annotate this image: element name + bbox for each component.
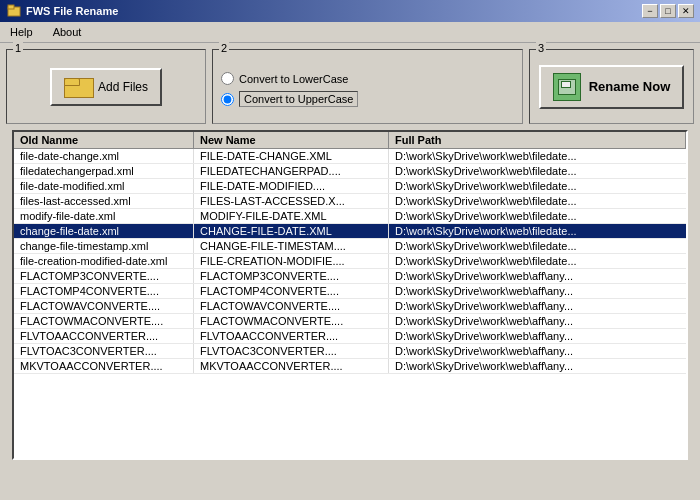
cell-new-name: FILES-LAST-ACCESSED.X... (194, 194, 389, 208)
top-panels: 1 Add Files 2 Convert to LowerCase Conve… (6, 49, 694, 124)
cell-new-name: FLACTOWMACONVERTE.... (194, 314, 389, 328)
save-icon-inner (558, 79, 576, 95)
file-list-header: Old Nanme New Name Full Path (14, 132, 686, 149)
radio-uppercase-input[interactable] (221, 93, 234, 106)
table-row[interactable]: FLACTOMP4CONVERTE....FLACTOMP4CONVERTE..… (14, 284, 686, 299)
maximize-button[interactable]: □ (660, 4, 676, 18)
cell-old-name: FLACTOWMACONVERTE.... (14, 314, 194, 328)
table-row[interactable]: MKVTOAACCONVERTER....MKVTOAACCONVERTER..… (14, 359, 686, 374)
close-button[interactable]: ✕ (678, 4, 694, 18)
cell-old-name: file-date-change.xml (14, 149, 194, 163)
cell-full-path: D:\work\SkyDrive\work\web\filedate... (389, 209, 686, 223)
add-files-label: Add Files (98, 80, 148, 94)
cell-new-name: FILE-DATE-CHANGE.XML (194, 149, 389, 163)
table-row[interactable]: FLACTOWAVCONVERTE....FLACTOWAVCONVERTE..… (14, 299, 686, 314)
cell-old-name: modify-file-date.xml (14, 209, 194, 223)
panel-2-label: 2 (219, 42, 229, 54)
table-row[interactable]: change-file-timestamp.xmlCHANGE-FILE-TIM… (14, 239, 686, 254)
cell-full-path: D:\work\SkyDrive\work\web\aff\any... (389, 269, 686, 283)
cell-old-name: files-last-accessed.xml (14, 194, 194, 208)
table-row[interactable]: file-date-change.xmlFILE-DATE-CHANGE.XML… (14, 149, 686, 164)
cell-new-name: FLACTOMP4CONVERTE.... (194, 284, 389, 298)
menu-help[interactable]: Help (4, 24, 39, 40)
cell-full-path: D:\work\SkyDrive\work\web\aff\any... (389, 299, 686, 313)
cell-full-path: D:\work\SkyDrive\work\web\aff\any... (389, 344, 686, 358)
cell-full-path: D:\work\SkyDrive\work\web\filedate... (389, 179, 686, 193)
rename-now-label: Rename Now (589, 79, 671, 94)
table-row[interactable]: FLVTOAACCONVERTER....FLVTOAACCONVERTER..… (14, 329, 686, 344)
cell-new-name: FLVTOAACCONVERTER.... (194, 329, 389, 343)
table-row[interactable]: file-date-modified.xmlFILE-DATE-MODIFIED… (14, 179, 686, 194)
main-area: 1 Add Files 2 Convert to LowerCase Conve… (0, 43, 700, 466)
cell-new-name: FILE-CREATION-MODIFIE.... (194, 254, 389, 268)
cell-new-name: MODIFY-FILE-DATE.XML (194, 209, 389, 223)
save-icon (553, 73, 581, 101)
panel-3-label: 3 (536, 42, 546, 54)
cell-old-name: FLACTOWAVCONVERTE.... (14, 299, 194, 313)
app-title: FWS File Rename (26, 5, 118, 17)
cell-new-name: FILE-DATE-MODIFIED.... (194, 179, 389, 193)
col-header-path: Full Path (389, 132, 686, 148)
cell-new-name: FILEDATECHANGERPAD.... (194, 164, 389, 178)
cell-full-path: D:\work\SkyDrive\work\web\filedate... (389, 254, 686, 268)
panel-rename: 3 Rename Now (529, 49, 694, 124)
cell-old-name: change-file-date.xml (14, 224, 194, 238)
cell-old-name: MKVTOAACCONVERTER.... (14, 359, 194, 373)
cell-old-name: FLACTOMP3CONVERTE.... (14, 269, 194, 283)
cell-old-name: FLVTOAC3CONVERTER.... (14, 344, 194, 358)
table-row[interactable]: FLACTOMP3CONVERTE....FLACTOMP3CONVERTE..… (14, 269, 686, 284)
cell-old-name: change-file-timestamp.xml (14, 239, 194, 253)
rename-now-button[interactable]: Rename Now (539, 65, 685, 109)
cell-full-path: D:\work\SkyDrive\work\web\filedate... (389, 149, 686, 163)
cell-old-name: file-date-modified.xml (14, 179, 194, 193)
cell-full-path: D:\work\SkyDrive\work\web\aff\any... (389, 359, 686, 373)
title-bar: FWS File Rename − □ ✕ (0, 0, 700, 22)
radio-uppercase[interactable]: Convert to UpperCase (221, 91, 514, 107)
table-row[interactable]: modify-file-date.xmlMODIFY-FILE-DATE.XML… (14, 209, 686, 224)
app-icon (6, 3, 22, 19)
cell-new-name: FLACTOWAVCONVERTE.... (194, 299, 389, 313)
menu-about[interactable]: About (47, 24, 88, 40)
cell-new-name: CHANGE-FILE-TIMESTAM.... (194, 239, 389, 253)
col-header-old: Old Nanme (14, 132, 194, 148)
table-row[interactable]: FLVTOAC3CONVERTER....FLVTOAC3CONVERTER..… (14, 344, 686, 359)
svg-rect-1 (8, 5, 14, 9)
cell-new-name: CHANGE-FILE-DATE.XML (194, 224, 389, 238)
cell-old-name: file-creation-modified-date.xml (14, 254, 194, 268)
cell-full-path: D:\work\SkyDrive\work\web\aff\any... (389, 329, 686, 343)
table-row[interactable]: FLACTOWMACONVERTE....FLACTOWMACONVERTE..… (14, 314, 686, 329)
cell-full-path: D:\work\SkyDrive\work\web\filedate... (389, 194, 686, 208)
radio-lowercase-input[interactable] (221, 72, 234, 85)
panel-1-label: 1 (13, 42, 23, 54)
cell-old-name: filedatechangerpad.xml (14, 164, 194, 178)
cell-new-name: MKVTOAACCONVERTER.... (194, 359, 389, 373)
cell-new-name: FLVTOAC3CONVERTER.... (194, 344, 389, 358)
file-list-container: Old Nanme New Name Full Path file-date-c… (12, 130, 688, 460)
add-files-button[interactable]: Add Files (50, 68, 162, 106)
cell-full-path: D:\work\SkyDrive\work\web\filedate... (389, 239, 686, 253)
cell-old-name: FLVTOAACCONVERTER.... (14, 329, 194, 343)
table-row[interactable]: filedatechangerpad.xmlFILEDATECHANGERPAD… (14, 164, 686, 179)
radio-lowercase-label[interactable]: Convert to LowerCase (239, 73, 348, 85)
table-row[interactable]: file-creation-modified-date.xmlFILE-CREA… (14, 254, 686, 269)
cell-new-name: FLACTOMP3CONVERTE.... (194, 269, 389, 283)
panel-conversion: 2 Convert to LowerCase Convert to UpperC… (212, 49, 523, 124)
file-list-body[interactable]: file-date-change.xmlFILE-DATE-CHANGE.XML… (14, 149, 686, 458)
table-row[interactable]: change-file-date.xmlCHANGE-FILE-DATE.XML… (14, 224, 686, 239)
col-header-new: New Name (194, 132, 389, 148)
cell-full-path: D:\work\SkyDrive\work\web\aff\any... (389, 314, 686, 328)
radio-uppercase-label[interactable]: Convert to UpperCase (239, 91, 358, 107)
folder-icon (64, 76, 92, 98)
table-row[interactable]: files-last-accessed.xmlFILES-LAST-ACCESS… (14, 194, 686, 209)
panel-add-files: 1 Add Files (6, 49, 206, 124)
radio-lowercase[interactable]: Convert to LowerCase (221, 72, 514, 85)
cell-full-path: D:\work\SkyDrive\work\web\aff\any... (389, 284, 686, 298)
minimize-button[interactable]: − (642, 4, 658, 18)
menu-bar: Help About (0, 22, 700, 43)
cell-full-path: D:\work\SkyDrive\work\web\filedate... (389, 224, 686, 238)
title-bar-left: FWS File Rename (6, 3, 118, 19)
cell-full-path: D:\work\SkyDrive\work\web\filedate... (389, 164, 686, 178)
cell-old-name: FLACTOMP4CONVERTE.... (14, 284, 194, 298)
title-bar-buttons: − □ ✕ (642, 4, 694, 18)
